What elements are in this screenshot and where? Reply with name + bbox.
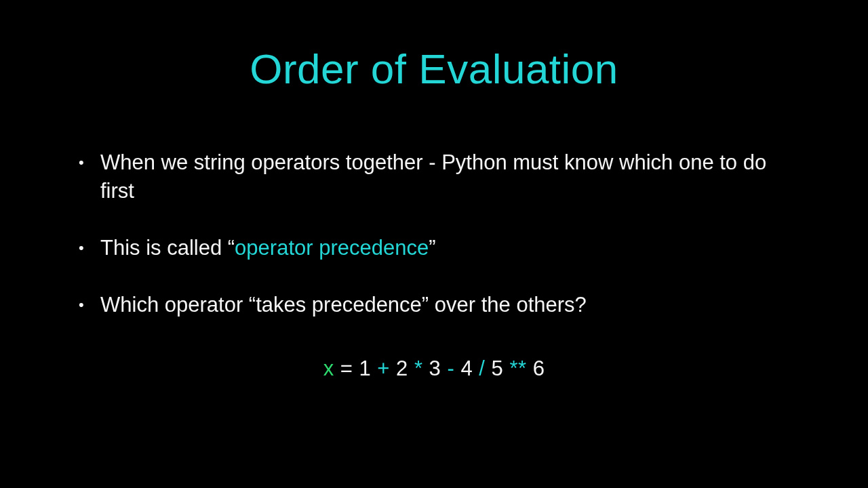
code-op-mult: *	[408, 357, 429, 380]
code-num-2: 2	[396, 357, 408, 380]
code-num-6: 6	[533, 357, 545, 380]
slide: Order of Evaluation When we string opera…	[0, 0, 868, 488]
code-num-3: 3	[429, 357, 441, 380]
bullet-item-1: When we string operators together - Pyth…	[73, 148, 795, 205]
slide-title: Order of Evaluation	[0, 0, 868, 93]
code-num-4: 4	[460, 357, 473, 380]
bullet-list: When we string operators together - Pyth…	[73, 148, 795, 319]
code-expression: x = 1 + 2 * 3 - 4 / 5 ** 6	[0, 357, 868, 381]
code-assign: =	[334, 357, 359, 380]
bullet-item-3: Which operator “takes precedence” over t…	[73, 291, 795, 319]
code-num-5: 5	[492, 357, 504, 380]
code-op-minus: -	[441, 357, 460, 380]
bullet-text: Which operator “takes precedence” over t…	[100, 293, 587, 317]
bullet-text: When we string operators together - Pyth…	[100, 150, 766, 203]
code-op-plus: +	[371, 357, 396, 380]
bullet-item-2: This is called “operator precedence”	[73, 234, 795, 262]
code-variable: x	[323, 357, 334, 380]
bullet-text-pre: This is called “	[100, 236, 235, 260]
code-op-pow: **	[503, 357, 532, 380]
bullet-text-post: ”	[429, 236, 435, 260]
code-num-1: 1	[359, 357, 371, 380]
code-op-div: /	[473, 357, 491, 380]
term-operator-precedence: operator precedence	[235, 236, 429, 260]
